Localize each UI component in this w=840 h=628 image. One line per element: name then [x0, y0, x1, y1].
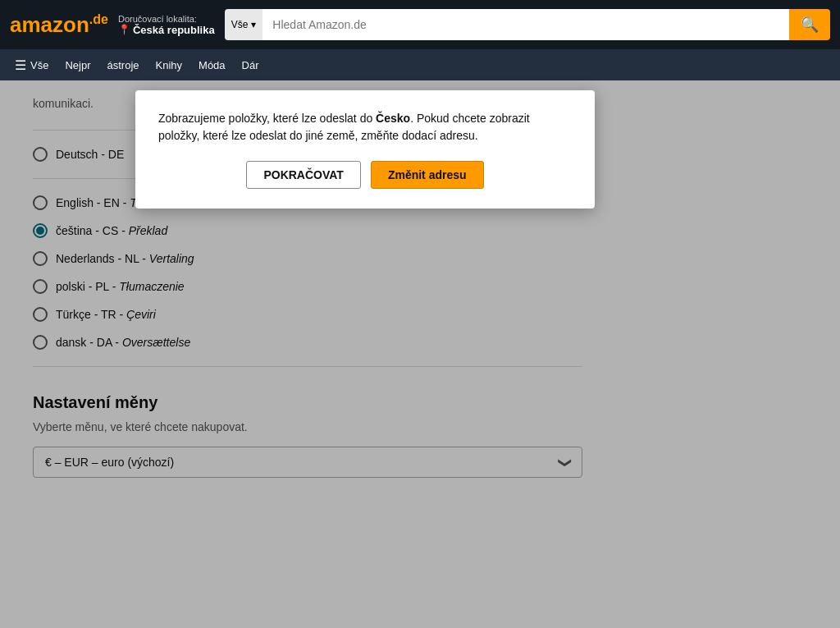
logo-tld: .de — [89, 13, 108, 27]
search-bar: Vše ▾ 🔍 — [225, 9, 830, 40]
continue-button[interactable]: POKRAČOVAT — [246, 161, 360, 189]
search-input[interactable] — [262, 9, 789, 40]
change-address-button[interactable]: Změnit adresu — [371, 161, 484, 189]
delivery-info[interactable]: Doručovací lokalita: 📍 Česká republika — [118, 14, 215, 36]
navbar-item-nejpr[interactable]: Nejpr — [57, 49, 98, 80]
navbar-item-moda[interactable]: Móda — [190, 49, 234, 80]
navbar-item-nastroje[interactable]: ástroje — [98, 49, 147, 80]
delivery-location: 📍 Česká republika — [118, 24, 215, 36]
location-pin-icon: 📍 — [118, 24, 130, 35]
delivery-label: Doručovací lokalita: — [118, 14, 215, 24]
navbar-item-dar[interactable]: Dár — [234, 49, 267, 80]
search-category-button[interactable]: Vše ▾ — [225, 9, 263, 40]
hamburger-icon: ☰ — [15, 57, 26, 73]
main-content: Zobrazujeme položky, které lze odeslat d… — [0, 80, 840, 628]
navbar-item-knihy[interactable]: Knihy — [148, 49, 191, 80]
popup-buttons: POKRAČOVAT Změnit adresu — [158, 161, 572, 189]
logo-text: amazon.de — [10, 12, 108, 37]
navbar: ☰ Vše Nejpr ástroje Knihy Móda Dár — [0, 49, 840, 80]
header: amazon.de Doručovací lokalita: 📍 Česká r… — [0, 0, 840, 49]
search-icon: 🔍 — [801, 16, 819, 33]
amazon-logo[interactable]: amazon.de — [10, 14, 108, 36]
chevron-down-icon: ▾ — [251, 19, 256, 30]
navbar-item-all[interactable]: ☰ Vše — [7, 49, 57, 80]
location-popup: Zobrazujeme položky, které lze odeslat d… — [135, 90, 595, 209]
popup-message: Zobrazujeme položky, které lze odeslat d… — [158, 110, 572, 144]
search-button[interactable]: 🔍 — [789, 9, 830, 40]
